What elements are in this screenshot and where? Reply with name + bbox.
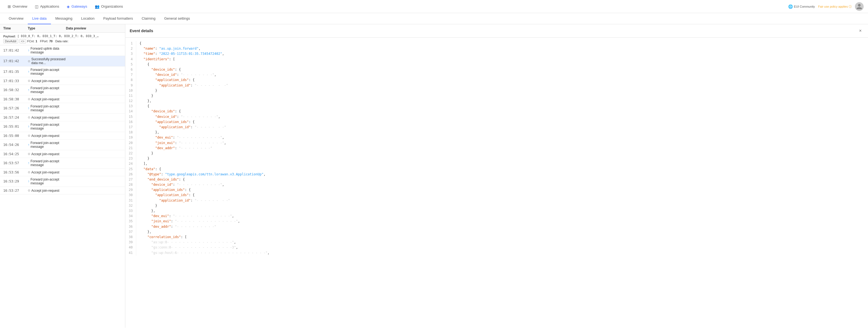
json-line: 38 "correlation_ids": [ bbox=[125, 235, 868, 240]
tab-claiming[interactable]: Claiming bbox=[137, 13, 160, 24]
data-preview-bar: Payload: [ DIO_0_T: 0, DIO_1_T: 0, DIO_2… bbox=[0, 33, 125, 45]
nav-item-organizations-label: Organizations bbox=[101, 4, 123, 8]
tabs-bar: Overview Live data Messaging Location Pa… bbox=[0, 13, 868, 24]
event-row[interactable]: 16:53:57 ↑ Forward join-accept message bbox=[0, 158, 125, 169]
top-nav: ⊞ Overview ◫ Applications ◈ Gateways 👥 O… bbox=[0, 0, 868, 13]
data-preview-content: Payload: [ DIO_0_T: 0, DIO_1_T: 0, DIO_2… bbox=[3, 34, 122, 38]
fport-value: 70 bbox=[49, 39, 53, 43]
process-icon: ⊙ bbox=[28, 170, 30, 174]
json-line: 2 "name": "as.up.join.forward", bbox=[125, 46, 868, 51]
event-row[interactable]: 16:54:25 ⊙ Accept join-request bbox=[0, 150, 125, 158]
overview-icon: ⊞ bbox=[8, 4, 11, 9]
process-icon: ⊙ bbox=[28, 59, 30, 63]
nav-item-applications-label: Applications bbox=[40, 4, 59, 8]
json-viewer[interactable]: 1 { 2 "name": "as.up.join.forward", 3 "t… bbox=[125, 38, 868, 328]
close-button[interactable]: × bbox=[857, 28, 864, 34]
json-line: 20 "join_eui": "- - - - - - - - - - -", bbox=[125, 140, 868, 146]
event-row[interactable]: 16:53:29 ↑ Forward join-accept message bbox=[0, 176, 125, 187]
event-row[interactable]: 16:54:26 ↑ Forward join-accept message bbox=[0, 140, 125, 150]
event-row[interactable]: 17:01:33 ⊙ Accept join-request bbox=[0, 77, 125, 85]
event-row[interactable]: 16:55:00 ⊙ Accept join-request bbox=[0, 132, 125, 140]
json-line: 16 "application_ids": { bbox=[125, 119, 868, 125]
event-row[interactable]: 16:58:30 ⊙ Accept join-request bbox=[0, 95, 125, 103]
tab-overview[interactable]: Overview bbox=[4, 13, 28, 24]
json-line: 27 "end_device_ids": { bbox=[125, 177, 868, 182]
nav-right: 🌐 EUI Community Fair use policy applies … bbox=[788, 2, 864, 11]
process-icon: ⊙ bbox=[28, 79, 30, 83]
json-line: 11 } bbox=[125, 93, 868, 99]
event-row[interactable]: 17:01:42 ⊙ Successfully processed data m… bbox=[0, 56, 125, 66]
json-line: 18 }, bbox=[125, 130, 868, 135]
json-line: 21 "dev_addr": "- - - - - - - -" bbox=[125, 146, 868, 151]
json-line: 3 "time": "2022-05-11T15:01:35.734547240… bbox=[125, 51, 868, 56]
event-row[interactable]: 16:53:56 ⊙ Accept join-request bbox=[0, 169, 125, 176]
event-list-panel: Time Type Data preview Payload: [ DIO_0_… bbox=[0, 24, 125, 328]
process-icon: ⊙ bbox=[28, 134, 30, 137]
json-line: 19 "dev_eui": "- - - - - - - - - - -", bbox=[125, 135, 868, 140]
event-row[interactable]: 16:57:24 ⊙ Accept join-request bbox=[0, 114, 125, 121]
globe-icon: 🌐 bbox=[788, 4, 793, 9]
applications-icon: ◫ bbox=[35, 4, 38, 9]
arrow-up-icon: ↑ bbox=[28, 125, 29, 129]
process-icon: ⊙ bbox=[28, 189, 30, 192]
json-line: 24 ], bbox=[125, 161, 868, 166]
nav-item-gateways-label: Gateways bbox=[71, 4, 87, 8]
data-rate-label: Data rate: bbox=[55, 39, 68, 43]
event-row[interactable]: 16:57:26 ↑ Forward join-accept message bbox=[0, 103, 125, 114]
arrow-up-icon: ↑ bbox=[28, 180, 29, 183]
event-row[interactable]: 16:53:27 ⊙ Accept join-request bbox=[0, 187, 125, 194]
nav-item-overview-label: Overview bbox=[12, 4, 27, 8]
nav-item-overview[interactable]: ⊞ Overview bbox=[4, 2, 31, 11]
json-line: 10 } bbox=[125, 88, 868, 93]
expand-btn[interactable]: <> bbox=[19, 39, 26, 44]
nav-item-applications[interactable]: ◫ Applications bbox=[32, 2, 62, 11]
json-line: 29 "application_ids": { bbox=[125, 187, 868, 193]
process-icon: ⊙ bbox=[28, 116, 30, 119]
tab-location[interactable]: Location bbox=[77, 13, 99, 24]
json-line: 34 "dev_eui": "- - - - - - - - - - - - -… bbox=[125, 214, 868, 219]
event-row[interactable]: 16:55:01 ↑ Forward join-accept message bbox=[0, 121, 125, 132]
payload-label: Payload: bbox=[3, 35, 16, 38]
tab-general-settings[interactable]: General settings bbox=[160, 13, 194, 24]
json-line: 31 "application_id": "- - - - - - - -" bbox=[125, 198, 868, 203]
data-preview-controls: DevAddr <> FCnt: 1 FPort: 70 Data rate: bbox=[3, 39, 122, 44]
process-icon: ⊙ bbox=[28, 152, 30, 156]
main-content: Time Type Data preview Payload: [ DIO_0_… bbox=[0, 24, 868, 328]
json-line: 28 "device_id": "- - - - - - - - - - -", bbox=[125, 182, 868, 187]
tab-live-data[interactable]: Live data bbox=[28, 13, 51, 24]
json-line: 8 "application_ids": { bbox=[125, 78, 868, 83]
nav-item-gateways[interactable]: ◈ Gateways bbox=[63, 2, 90, 11]
json-line: 30 "application_ids": { bbox=[125, 193, 868, 198]
fcnt-value: 1 bbox=[36, 39, 37, 43]
eui-community-badge: 🌐 EUI Community bbox=[788, 4, 815, 9]
event-row[interactable]: 17:01:35 ↑ Forward join-accept message bbox=[0, 66, 125, 77]
event-row[interactable]: 17:01:42 ↑ Forward uplink data message bbox=[0, 45, 125, 56]
organizations-icon: 👥 bbox=[95, 4, 99, 9]
fair-use-link[interactable]: Fair use policy applies ⓘ bbox=[818, 4, 851, 9]
process-icon: ⊙ bbox=[28, 98, 30, 101]
tab-payload-formatters[interactable]: Payload formatters bbox=[99, 13, 137, 24]
json-line: 33 }, bbox=[125, 209, 868, 214]
event-details-header: Event details × bbox=[125, 24, 868, 38]
json-line: 4 "identifiers": [ bbox=[125, 57, 868, 62]
json-line: 6 "device_ids": { bbox=[125, 67, 868, 72]
json-line: 32 } bbox=[125, 203, 868, 209]
col-data-preview: Data preview bbox=[66, 26, 122, 30]
event-row[interactable]: 16:58:32 ↑ Forward join-accept message bbox=[0, 85, 125, 95]
avatar-icon bbox=[856, 3, 863, 10]
json-line: 39 "as:up:0- - - - - - - - - - - - - - -… bbox=[125, 240, 868, 245]
arrow-up-icon: ↑ bbox=[28, 70, 29, 74]
devaddr-btn[interactable]: DevAddr bbox=[3, 39, 18, 44]
user-avatar[interactable] bbox=[855, 2, 864, 11]
arrow-up-icon: ↑ bbox=[28, 161, 29, 165]
json-line: 13 { bbox=[125, 104, 868, 109]
arrow-up-icon: ↑ bbox=[28, 49, 29, 52]
json-line: 15 "device_id": "- - - - - - - - -", bbox=[125, 114, 868, 119]
nav-item-organizations[interactable]: 👥 Organizations bbox=[92, 2, 126, 11]
arrow-up-icon: ↑ bbox=[28, 106, 29, 110]
json-line: 37 }, bbox=[125, 229, 868, 235]
payload-value: [ DIO_0_T: 0, DIO_1_T: 0, DIO_2_T: 0, DI… bbox=[18, 34, 99, 38]
tab-messaging[interactable]: Messaging bbox=[51, 13, 77, 24]
gateways-icon: ◈ bbox=[67, 4, 70, 9]
json-line: 25 "data": { bbox=[125, 167, 868, 172]
